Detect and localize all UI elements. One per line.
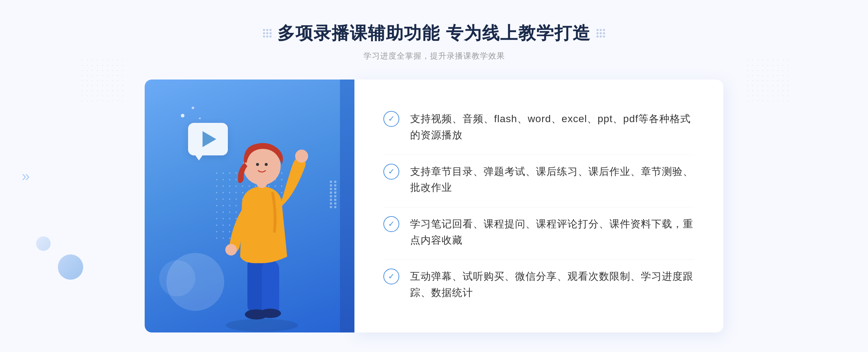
deco-circle-left-1 <box>58 254 83 280</box>
dot-grid-left <box>263 29 272 38</box>
figure-illustration <box>200 123 323 332</box>
check-icon-3: ✓ <box>383 216 399 232</box>
page-container: 多项录播课辅助功能 专为线上教学打造 学习进度全掌握，提升录播课教学效果 <box>0 0 868 352</box>
vertical-bar <box>340 80 354 332</box>
stripe-col-2 <box>334 181 336 208</box>
svg-point-4 <box>259 309 281 318</box>
svg-point-10 <box>265 163 268 166</box>
check-icon-1: ✓ <box>383 111 399 127</box>
deco-circle-left-2 <box>36 236 51 251</box>
left-chevrons: » <box>22 168 30 184</box>
feature-text-4: 互动弹幕、试听购买、微信分享、观看次数限制、学习进度跟踪、数据统计 <box>410 269 694 301</box>
feature-text-1: 支持视频、音频、flash、word、excel、ppt、pdf等各种格式的资源… <box>410 111 694 143</box>
dots-bg-left <box>80 58 123 101</box>
svg-point-6 <box>225 244 237 256</box>
svg-point-5 <box>295 150 308 163</box>
features-panel: ✓ 支持视频、音频、flash、word、excel、ppt、pdf等各种格式的… <box>354 80 723 332</box>
dots-bg-right <box>745 58 788 101</box>
chevron-right-icon: » <box>22 168 30 184</box>
feature-text-3: 学习笔记回看、课程提问、课程评论打分、课件资料下载，重点内容收藏 <box>410 216 694 249</box>
page-subtitle: 学习进度全掌握，提升录播课教学效果 <box>363 51 505 61</box>
stripe-col-1 <box>330 181 332 208</box>
feature-item-4: ✓ 互动弹幕、试听购买、微信分享、观看次数限制、学习进度跟踪、数据统计 <box>383 259 694 310</box>
stripe-decoration <box>330 181 336 208</box>
check-icon-4: ✓ <box>383 269 399 284</box>
header-dots-left <box>263 29 272 38</box>
feature-item-3: ✓ 学习笔记回看、课程提问、课程评论打分、课件资料下载，重点内容收藏 <box>383 207 694 257</box>
svg-point-0 <box>226 319 298 332</box>
light-circle-2 <box>159 260 195 296</box>
check-icon-2: ✓ <box>383 164 399 180</box>
illustration-panel <box>145 80 354 332</box>
svg-rect-2 <box>262 260 279 316</box>
page-title: 多项录播课辅助功能 专为线上教学打造 <box>277 22 590 45</box>
header-dots-right <box>596 29 605 38</box>
feature-item-2: ✓ 支持章节目录、弹题考试、课后练习、课后作业、章节测验、批改作业 <box>383 155 694 205</box>
dot-grid-right <box>596 29 605 38</box>
header-title-row: 多项录播课辅助功能 专为线上教学打造 <box>263 22 605 45</box>
feature-text-2: 支持章节目录、弹题考试、课后练习、课后作业、章节测验、批改作业 <box>410 164 694 196</box>
content-area: ✓ 支持视频、音频、flash、word、excel、ppt、pdf等各种格式的… <box>145 80 723 332</box>
svg-point-9 <box>256 163 259 166</box>
feature-item-1: ✓ 支持视频、音频、flash、word、excel、ppt、pdf等各种格式的… <box>383 102 694 152</box>
